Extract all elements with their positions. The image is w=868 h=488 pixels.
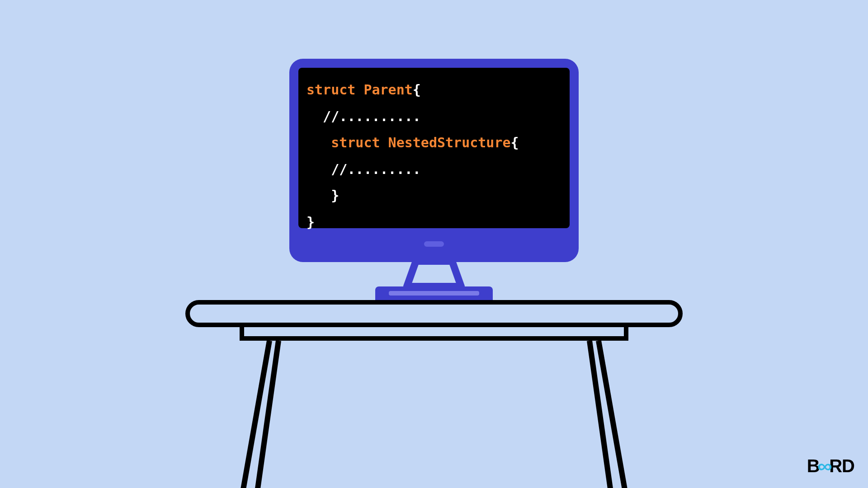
code-indent: [307, 135, 331, 150]
code-brace: {: [413, 82, 421, 98]
illustration-scene: struct Parent{ //.......... struct Neste…: [185, 41, 683, 447]
monitor-frame: struct Parent{ //.......... struct Neste…: [289, 59, 579, 262]
table-top: [185, 300, 683, 327]
code-comment: //..........: [307, 108, 421, 124]
monitor-button: [424, 241, 444, 247]
code-keyword: struct Parent: [307, 82, 413, 98]
monitor-stand-base-highlight: [389, 291, 479, 296]
code-brace: }: [307, 214, 315, 230]
code-brace: {: [511, 135, 519, 150]
code-brace: }: [307, 188, 339, 203]
logo-text-rd: RD: [829, 456, 854, 476]
monitor-screen: struct Parent{ //.......... struct Neste…: [298, 68, 570, 228]
monitor-stand-neck: [400, 261, 468, 286]
code-keyword: struct NestedStructure: [331, 135, 510, 150]
code-block: struct Parent{ //.......... struct Neste…: [307, 77, 561, 235]
board-logo: B∞RD: [807, 456, 854, 476]
infinity-icon: ∞: [817, 456, 832, 476]
code-comment: //.........: [307, 161, 421, 177]
